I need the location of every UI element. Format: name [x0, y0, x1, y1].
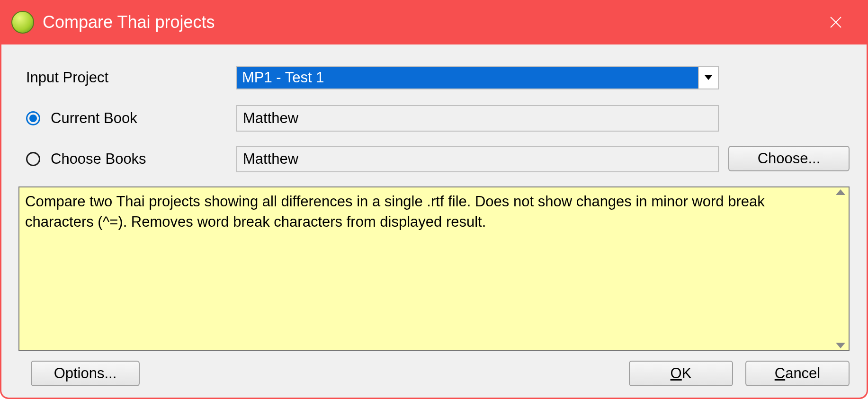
- options-button[interactable]: Options...: [31, 361, 140, 386]
- scroll-up-icon[interactable]: [836, 189, 845, 195]
- dialog-footer: Options... OK Cancel: [18, 361, 850, 386]
- choose-books-label: Choose Books: [51, 151, 146, 168]
- app-icon: [11, 11, 34, 34]
- description-panel: Compare two Thai projects showing all di…: [18, 186, 850, 351]
- radio-current-book[interactable]: [26, 111, 40, 125]
- input-project-combo[interactable]: MP1 - Test 1: [236, 66, 719, 89]
- input-project-label: Input Project: [18, 69, 227, 86]
- cancel-button[interactable]: Cancel: [745, 361, 850, 386]
- window-title: Compare Thai projects: [43, 12, 215, 32]
- dialog-compare-thai-projects: Compare Thai projects Input Project MP1 …: [0, 0, 868, 399]
- ok-button[interactable]: OK: [629, 361, 733, 386]
- titlebar: Compare Thai projects: [0, 0, 868, 44]
- radio-choose-books[interactable]: [26, 152, 40, 166]
- svg-marker-2: [705, 75, 712, 80]
- current-book-field: Matthew: [236, 105, 719, 132]
- input-project-dropdown-arrow[interactable]: [698, 67, 718, 89]
- choose-books-field: Matthew: [236, 146, 719, 172]
- dialog-body: Input Project MP1 - Test 1 Current Book …: [0, 44, 868, 399]
- chevron-down-icon: [705, 75, 712, 80]
- close-button[interactable]: [822, 0, 850, 44]
- input-project-value: MP1 - Test 1: [237, 67, 698, 89]
- row-input-project: Input Project MP1 - Test 1: [18, 64, 850, 91]
- description-text: Compare two Thai projects showing all di…: [19, 187, 832, 350]
- current-book-label: Current Book: [51, 110, 137, 127]
- row-current-book: Current Book Matthew: [18, 105, 850, 132]
- description-scrollbar[interactable]: [832, 187, 849, 350]
- row-choose-books: Choose Books Matthew Choose...: [18, 146, 850, 172]
- scroll-down-icon[interactable]: [836, 343, 845, 348]
- close-icon: [830, 16, 842, 28]
- choose-button[interactable]: Choose...: [728, 146, 850, 171]
